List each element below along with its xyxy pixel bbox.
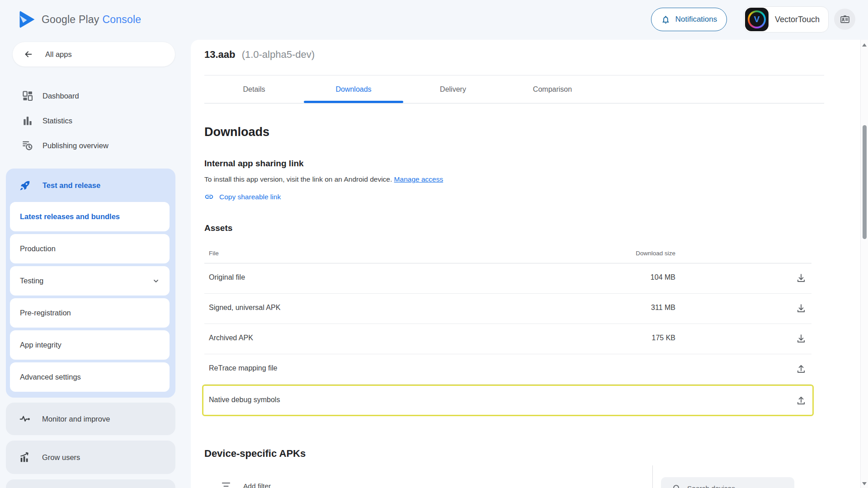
sidebar-item-label: Dashboard (42, 92, 79, 100)
sidebar-item-label: Production (20, 244, 56, 253)
internal-sharing-description: To install this app version, visit the l… (204, 175, 443, 183)
sidebar-section-test-and-release: Test and release Latest releases and bun… (6, 169, 175, 398)
upload-button[interactable] (795, 394, 808, 407)
test-and-release-label: Test and release (42, 181, 100, 190)
internal-sharing-heading: Internal app sharing link (204, 159, 304, 169)
account-menu[interactable]: V VectorTouch (744, 6, 829, 33)
filter-icon (221, 481, 231, 488)
download-icon (795, 333, 808, 345)
download-icon (795, 303, 808, 314)
sidebar-item-statistics[interactable]: Statistics (22, 113, 72, 129)
statistics-icon (22, 115, 33, 127)
table-row-signed-universal-apk: Signed, universal APK 311 MB (204, 294, 811, 324)
back-arrow-icon (24, 49, 33, 59)
sidebar-section-next[interactable] (6, 479, 175, 488)
tab-downloads[interactable]: Downloads (304, 75, 403, 103)
manage-access-link[interactable]: Manage access (394, 175, 443, 183)
download-button[interactable] (795, 302, 808, 315)
test-and-release-header[interactable]: Test and release (6, 169, 175, 202)
tabs-divider (204, 103, 824, 103)
assets-heading: Assets (204, 223, 232, 233)
sidebar-section-grow-users[interactable]: Grow users (6, 441, 175, 474)
logo-brand-text: Google Play (42, 14, 99, 25)
device-search-input[interactable] (687, 483, 778, 488)
sidebar-section-label: Grow users (42, 453, 80, 462)
download-button[interactable] (795, 333, 808, 345)
sidebar-item-testing[interactable]: Testing (10, 266, 170, 296)
sidebar-section-monitor-and-improve[interactable]: Monitor and improve (6, 403, 175, 435)
add-filter-button[interactable]: Add filter (221, 481, 271, 488)
account-name: VectorTouch (775, 15, 820, 24)
scrollbar-down-arrow[interactable] (862, 482, 867, 485)
device-search-box (661, 477, 794, 488)
link-icon (204, 192, 214, 202)
sidebar-item-latest-releases-and-bundles[interactable]: Latest releases and bundles (10, 202, 170, 231)
sidebar-item-publishing-overview[interactable]: Publishing overview (22, 137, 108, 154)
download-icon (795, 272, 808, 284)
tab-details[interactable]: Details (204, 75, 304, 103)
google-play-console-app: Google PlayConsole Notifications V Vecto… (0, 0, 868, 488)
sidebar-item-pre-registration[interactable]: Pre-registration (10, 298, 170, 328)
scrollbar-thumb[interactable] (863, 125, 867, 239)
sidebar-item-label: Testing (20, 277, 43, 285)
play-triangle-icon (18, 10, 36, 29)
sidebar-item-label: Advanced settings (20, 373, 81, 381)
upload-icon (795, 395, 808, 407)
sidebar-item-production[interactable]: Production (10, 234, 170, 263)
sidebar-item-label: Pre-registration (20, 309, 71, 317)
table-row-archived-apk: Archived APK 175 KB (204, 324, 811, 354)
google-play-console-logo: Google PlayConsole (18, 10, 141, 29)
notifications-label: Notifications (675, 15, 717, 24)
table-row-retrace-mapping-file: ReTrace mapping file (204, 354, 811, 385)
download-button[interactable] (795, 272, 808, 285)
sidebar-item-label: Statistics (42, 117, 72, 125)
bell-icon (661, 15, 670, 24)
assets-table: File Download size Original file 104 MB … (204, 245, 811, 416)
table-row-original-file: Original file 104 MB (204, 263, 811, 294)
id-badge-icon (840, 14, 850, 25)
sidebar-item-app-integrity[interactable]: App integrity (10, 330, 170, 360)
sidebar-item-label: App integrity (20, 341, 61, 349)
avatar-letter: V (750, 12, 764, 27)
page-title: Downloads (204, 125, 269, 139)
scrollbar-up-arrow[interactable] (862, 43, 867, 47)
table-row-native-debug-symbols: Native debug symbols (202, 385, 814, 416)
file-column-header: File (209, 250, 219, 257)
assets-table-header: File Download size (204, 245, 811, 263)
main-content: 13.aab (1.0-alpha5-dev) Details Download… (191, 40, 868, 488)
bundle-name: 13.aab (204, 49, 236, 60)
sidebar-item-advanced-settings[interactable]: Advanced settings (10, 362, 170, 392)
sidebar-item-label: Publishing overview (42, 141, 108, 150)
monitor-pulse-icon (19, 413, 31, 425)
tab-comparison[interactable]: Comparison (503, 75, 602, 103)
publishing-overview-icon (22, 140, 33, 151)
tab-bar: Details Downloads Delivery Comparison (204, 75, 602, 103)
app-header: Google PlayConsole Notifications V Vecto… (0, 0, 868, 40)
avatar: V (745, 8, 769, 31)
copy-link-label: Copy shareable link (219, 193, 281, 201)
download-size-column-header: Download size (636, 250, 675, 257)
rocket-icon (19, 179, 31, 192)
upload-button[interactable] (795, 363, 808, 375)
sidebar-item-label: Latest releases and bundles (20, 212, 120, 221)
chevron-down-icon (152, 277, 160, 285)
device-specific-apks-heading: Device-specific APKs (204, 448, 306, 460)
copy-shareable-link-button[interactable]: Copy shareable link (204, 192, 281, 202)
logo-product-text: Console (103, 14, 142, 25)
sidebar-section-label: Monitor and improve (42, 415, 110, 423)
upload-icon (795, 363, 808, 375)
add-filter-label: Add filter (243, 482, 271, 488)
bundle-version: (1.0-alpha5-dev) (242, 49, 315, 60)
vertical-divider (652, 465, 653, 488)
sidebar-item-dashboard[interactable]: Dashboard (22, 88, 79, 104)
growth-chart-icon (19, 451, 31, 463)
search-icon (672, 483, 682, 488)
all-apps-button[interactable]: All apps (12, 42, 175, 67)
bundle-title: 13.aab (1.0-alpha5-dev) (204, 49, 315, 61)
sidebar: All apps Dashboard Statist (0, 40, 191, 488)
notifications-button[interactable]: Notifications (651, 8, 727, 31)
developer-badge-button[interactable] (834, 9, 855, 30)
tab-delivery[interactable]: Delivery (403, 75, 503, 103)
page-scrollbar (860, 40, 868, 488)
dashboard-icon (22, 90, 33, 102)
